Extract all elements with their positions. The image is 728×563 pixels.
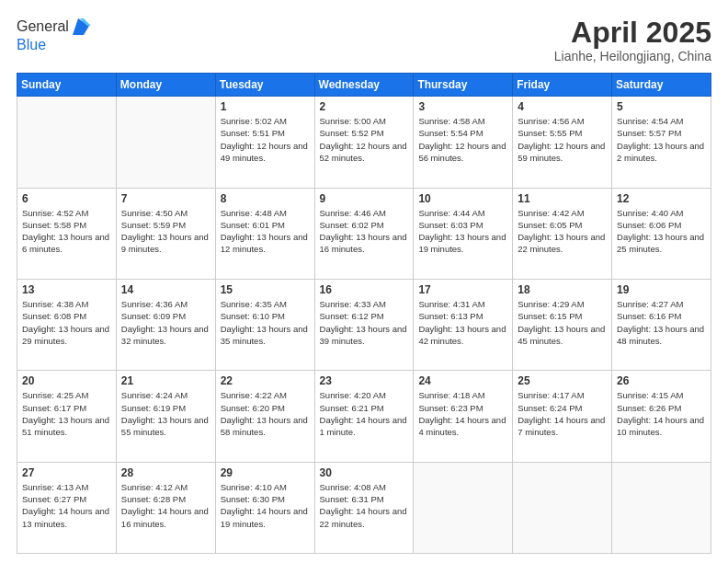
title-block: April 2025 Lianhe, Heilongjiang, China: [554, 17, 711, 63]
day-info: Sunrise: 5:02 AM Sunset: 5:51 PM Dayligh…: [221, 115, 310, 164]
calendar-cell: 17Sunrise: 4:31 AM Sunset: 6:13 PM Dayli…: [414, 279, 513, 370]
day-info: Sunrise: 4:29 AM Sunset: 6:15 PM Dayligh…: [518, 298, 607, 347]
calendar-cell: [612, 462, 711, 553]
calendar-cell: 28Sunrise: 4:12 AM Sunset: 6:28 PM Dayli…: [116, 462, 215, 553]
title-month: April 2025: [554, 17, 711, 49]
calendar-cell: [17, 97, 117, 188]
day-number: 1: [221, 100, 310, 113]
day-info: Sunrise: 4:54 AM Sunset: 5:57 PM Dayligh…: [617, 115, 706, 164]
day-number: 11: [518, 192, 607, 205]
day-info: Sunrise: 4:31 AM Sunset: 6:13 PM Dayligh…: [418, 298, 507, 347]
calendar-cell: [414, 462, 513, 553]
weekday-header-tuesday: Tuesday: [215, 74, 314, 97]
logo-blue: Blue: [17, 37, 91, 53]
day-info: Sunrise: 4:22 AM Sunset: 6:20 PM Dayligh…: [221, 389, 310, 438]
weekday-header-wednesday: Wednesday: [314, 74, 414, 97]
day-number: 25: [518, 374, 607, 387]
weekday-header-saturday: Saturday: [612, 74, 711, 97]
day-number: 4: [518, 100, 607, 113]
day-info: Sunrise: 4:17 AM Sunset: 6:24 PM Dayligh…: [518, 389, 607, 438]
calendar-cell: 11Sunrise: 4:42 AM Sunset: 6:05 PM Dayli…: [513, 188, 612, 279]
day-info: Sunrise: 4:33 AM Sunset: 6:12 PM Dayligh…: [320, 298, 409, 347]
calendar-cell: 13Sunrise: 4:38 AM Sunset: 6:08 PM Dayli…: [17, 279, 117, 370]
calendar-cell: [116, 97, 215, 188]
day-number: 16: [320, 283, 409, 296]
calendar-cell: [513, 462, 612, 553]
day-info: Sunrise: 4:12 AM Sunset: 6:28 PM Dayligh…: [121, 481, 210, 530]
title-location: Lianhe, Heilongjiang, China: [554, 49, 711, 63]
weekday-header-thursday: Thursday: [414, 74, 513, 97]
calendar-cell: 15Sunrise: 4:35 AM Sunset: 6:10 PM Dayli…: [215, 279, 314, 370]
day-info: Sunrise: 4:36 AM Sunset: 6:09 PM Dayligh…: [121, 298, 210, 347]
day-number: 8: [221, 192, 310, 205]
logo-icon: [71, 17, 91, 37]
day-info: Sunrise: 4:50 AM Sunset: 5:59 PM Dayligh…: [121, 207, 210, 256]
day-info: Sunrise: 4:42 AM Sunset: 6:05 PM Dayligh…: [518, 207, 607, 256]
day-info: Sunrise: 4:58 AM Sunset: 5:54 PM Dayligh…: [418, 115, 507, 164]
day-info: Sunrise: 4:13 AM Sunset: 6:27 PM Dayligh…: [22, 481, 111, 530]
day-info: Sunrise: 4:44 AM Sunset: 6:03 PM Dayligh…: [418, 207, 507, 256]
calendar-cell: 18Sunrise: 4:29 AM Sunset: 6:15 PM Dayli…: [513, 279, 612, 370]
calendar-cell: 20Sunrise: 4:25 AM Sunset: 6:17 PM Dayli…: [17, 371, 117, 462]
day-info: Sunrise: 4:24 AM Sunset: 6:19 PM Dayligh…: [121, 389, 210, 438]
day-number: 22: [221, 374, 310, 387]
calendar-cell: 19Sunrise: 4:27 AM Sunset: 6:16 PM Dayli…: [612, 279, 711, 370]
calendar-cell: 6Sunrise: 4:52 AM Sunset: 5:58 PM Daylig…: [17, 188, 117, 279]
day-info: Sunrise: 4:08 AM Sunset: 6:31 PM Dayligh…: [320, 481, 409, 530]
calendar-cell: 26Sunrise: 4:15 AM Sunset: 6:26 PM Dayli…: [612, 371, 711, 462]
header: General Blue April 2025 Lianhe, Heilongj…: [17, 17, 711, 63]
calendar-cell: 7Sunrise: 4:50 AM Sunset: 5:59 PM Daylig…: [116, 188, 215, 279]
day-number: 5: [617, 100, 706, 113]
calendar-cell: 1Sunrise: 5:02 AM Sunset: 5:51 PM Daylig…: [215, 97, 314, 188]
calendar-cell: 14Sunrise: 4:36 AM Sunset: 6:09 PM Dayli…: [116, 279, 215, 370]
day-number: 6: [22, 192, 111, 205]
day-number: 7: [121, 192, 210, 205]
weekday-header-friday: Friday: [513, 74, 612, 97]
calendar-cell: 8Sunrise: 4:48 AM Sunset: 6:01 PM Daylig…: [215, 188, 314, 279]
day-number: 27: [22, 466, 111, 479]
day-number: 30: [320, 466, 409, 479]
day-number: 17: [418, 283, 507, 296]
day-info: Sunrise: 4:56 AM Sunset: 5:55 PM Dayligh…: [518, 115, 607, 164]
day-info: Sunrise: 4:20 AM Sunset: 6:21 PM Dayligh…: [320, 389, 409, 438]
day-number: 9: [320, 192, 409, 205]
day-number: 21: [121, 374, 210, 387]
calendar-cell: 4Sunrise: 4:56 AM Sunset: 5:55 PM Daylig…: [513, 97, 612, 188]
day-info: Sunrise: 4:52 AM Sunset: 5:58 PM Dayligh…: [22, 207, 111, 256]
weekday-header-sunday: Sunday: [17, 74, 117, 97]
day-info: Sunrise: 4:35 AM Sunset: 6:10 PM Dayligh…: [221, 298, 310, 347]
calendar-cell: 25Sunrise: 4:17 AM Sunset: 6:24 PM Dayli…: [513, 371, 612, 462]
calendar-cell: 30Sunrise: 4:08 AM Sunset: 6:31 PM Dayli…: [314, 462, 414, 553]
day-info: Sunrise: 4:15 AM Sunset: 6:26 PM Dayligh…: [617, 389, 706, 438]
day-number: 18: [518, 283, 607, 296]
day-number: 28: [121, 466, 210, 479]
day-info: Sunrise: 4:40 AM Sunset: 6:06 PM Dayligh…: [617, 207, 706, 256]
day-number: 13: [22, 283, 111, 296]
day-info: Sunrise: 4:46 AM Sunset: 6:02 PM Dayligh…: [320, 207, 409, 256]
day-info: Sunrise: 4:38 AM Sunset: 6:08 PM Dayligh…: [22, 298, 111, 347]
day-number: 12: [617, 192, 706, 205]
svg-marker-0: [73, 18, 89, 35]
day-number: 14: [121, 283, 210, 296]
calendar-cell: 9Sunrise: 4:46 AM Sunset: 6:02 PM Daylig…: [314, 188, 414, 279]
day-number: 23: [320, 374, 409, 387]
logo-general: General: [17, 18, 69, 35]
weekday-header-monday: Monday: [116, 74, 215, 97]
calendar-cell: 27Sunrise: 4:13 AM Sunset: 6:27 PM Dayli…: [17, 462, 117, 553]
day-info: Sunrise: 4:48 AM Sunset: 6:01 PM Dayligh…: [221, 207, 310, 256]
calendar-cell: 21Sunrise: 4:24 AM Sunset: 6:19 PM Dayli…: [116, 371, 215, 462]
day-number: 15: [221, 283, 310, 296]
calendar-cell: 22Sunrise: 4:22 AM Sunset: 6:20 PM Dayli…: [215, 371, 314, 462]
calendar-cell: 29Sunrise: 4:10 AM Sunset: 6:30 PM Dayli…: [215, 462, 314, 553]
calendar-cell: 3Sunrise: 4:58 AM Sunset: 5:54 PM Daylig…: [414, 97, 513, 188]
day-number: 2: [320, 100, 409, 113]
logo: General Blue: [17, 17, 91, 53]
day-info: Sunrise: 4:10 AM Sunset: 6:30 PM Dayligh…: [221, 481, 310, 530]
calendar-cell: 10Sunrise: 4:44 AM Sunset: 6:03 PM Dayli…: [414, 188, 513, 279]
day-info: Sunrise: 4:25 AM Sunset: 6:17 PM Dayligh…: [22, 389, 111, 438]
day-info: Sunrise: 5:00 AM Sunset: 5:52 PM Dayligh…: [320, 115, 409, 164]
calendar-cell: 23Sunrise: 4:20 AM Sunset: 6:21 PM Dayli…: [314, 371, 414, 462]
calendar-cell: 2Sunrise: 5:00 AM Sunset: 5:52 PM Daylig…: [314, 97, 414, 188]
page: General Blue April 2025 Lianhe, Heilongj…: [0, 0, 728, 563]
calendar-cell: 12Sunrise: 4:40 AM Sunset: 6:06 PM Dayli…: [612, 188, 711, 279]
